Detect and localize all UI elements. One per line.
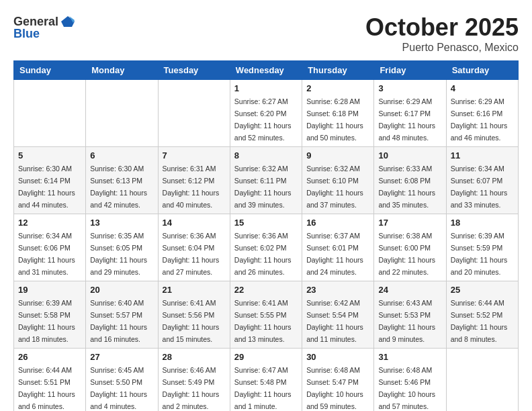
day-number: 24: [378, 285, 441, 295]
day-number: 8: [234, 150, 298, 161]
day-number: 13: [90, 218, 153, 228]
calendar-cell: 10 Sunrise: 6:33 AMSunset: 6:08 PMDaylig…: [374, 147, 446, 214]
day-number: 10: [378, 150, 441, 161]
day-number: 21: [163, 285, 226, 295]
weekday-header-thursday: Thursday: [302, 61, 374, 80]
calendar-cell: 7 Sunrise: 6:31 AMSunset: 6:12 PMDayligh…: [158, 147, 230, 214]
day-detail: Sunrise: 6:30 AMSunset: 6:14 PMDaylight:…: [18, 165, 75, 209]
day-number: 28: [163, 352, 226, 362]
day-detail: Sunrise: 6:47 AMSunset: 5:48 PMDaylight:…: [234, 366, 292, 410]
day-number: 11: [451, 150, 514, 161]
day-number: 9: [306, 150, 369, 161]
day-number: 25: [451, 285, 514, 295]
day-number: 31: [378, 352, 441, 362]
day-number: 30: [306, 352, 369, 362]
logo-blue: Blue: [13, 27, 40, 41]
day-number: 18: [451, 218, 514, 228]
day-detail: Sunrise: 6:41 AMSunset: 5:56 PMDaylight:…: [163, 299, 220, 343]
day-detail: Sunrise: 6:37 AMSunset: 6:01 PMDaylight:…: [306, 232, 363, 276]
calendar-cell: 24 Sunrise: 6:43 AMSunset: 5:53 PMDaylig…: [374, 281, 446, 349]
day-detail: Sunrise: 6:27 AMSunset: 6:20 PMDaylight:…: [234, 97, 292, 142]
calendar-cell: 20 Sunrise: 6:40 AMSunset: 5:57 PMDaylig…: [86, 281, 158, 349]
day-number: 19: [18, 285, 81, 295]
calendar-cell: 9 Sunrise: 6:32 AMSunset: 6:10 PMDayligh…: [302, 147, 374, 214]
day-number: 1: [234, 83, 298, 93]
weekday-header-wednesday: Wednesday: [230, 61, 302, 80]
calendar-cell: 4 Sunrise: 6:29 AMSunset: 6:16 PMDayligh…: [446, 80, 518, 147]
weekday-header-monday: Monday: [86, 61, 158, 80]
location-title: Puerto Penasco, Mexico: [365, 42, 519, 54]
day-detail: Sunrise: 6:42 AMSunset: 5:54 PMDaylight:…: [306, 299, 363, 343]
day-detail: Sunrise: 6:40 AMSunset: 5:57 PMDaylight:…: [90, 299, 147, 343]
calendar-cell: 29 Sunrise: 6:47 AMSunset: 5:48 PMDaylig…: [230, 349, 302, 412]
weekday-header-saturday: Saturday: [446, 61, 518, 80]
day-number: 22: [234, 285, 298, 295]
day-number: 7: [163, 150, 226, 161]
calendar-cell: 12 Sunrise: 6:34 AMSunset: 6:06 PMDaylig…: [14, 214, 86, 281]
day-number: 4: [451, 83, 514, 93]
calendar-cell: 13 Sunrise: 6:35 AMSunset: 6:05 PMDaylig…: [86, 214, 158, 281]
calendar-cell: 25 Sunrise: 6:44 AMSunset: 5:52 PMDaylig…: [446, 281, 518, 349]
header: General Blue October 2025 Puerto Penasco…: [13, 13, 519, 54]
calendar-week-row: 12 Sunrise: 6:34 AMSunset: 6:06 PMDaylig…: [14, 214, 519, 281]
weekday-header-row: SundayMondayTuesdayWednesdayThursdayFrid…: [14, 61, 519, 80]
logo: General Blue: [13, 13, 76, 41]
calendar-cell: 23 Sunrise: 6:42 AMSunset: 5:54 PMDaylig…: [302, 281, 374, 349]
day-number: 20: [90, 285, 153, 295]
calendar-cell: 18 Sunrise: 6:39 AMSunset: 5:59 PMDaylig…: [446, 214, 518, 281]
day-detail: Sunrise: 6:35 AMSunset: 6:05 PMDaylight:…: [90, 232, 147, 276]
day-detail: Sunrise: 6:44 AMSunset: 5:52 PMDaylight:…: [451, 299, 508, 343]
calendar-week-row: 26 Sunrise: 6:44 AMSunset: 5:51 PMDaylig…: [14, 349, 519, 412]
day-number: 23: [306, 285, 369, 295]
calendar-cell: [86, 80, 158, 147]
day-detail: Sunrise: 6:44 AMSunset: 5:51 PMDaylight:…: [18, 366, 75, 410]
day-number: 29: [234, 352, 298, 362]
calendar-cell: 26 Sunrise: 6:44 AMSunset: 5:51 PMDaylig…: [14, 349, 86, 412]
calendar-cell: 6 Sunrise: 6:30 AMSunset: 6:13 PMDayligh…: [86, 147, 158, 214]
day-detail: Sunrise: 6:39 AMSunset: 5:59 PMDaylight:…: [451, 232, 508, 276]
day-detail: Sunrise: 6:32 AMSunset: 6:11 PMDaylight:…: [234, 165, 292, 209]
calendar-cell: 19 Sunrise: 6:39 AMSunset: 5:58 PMDaylig…: [14, 281, 86, 349]
day-number: 15: [234, 218, 298, 228]
day-number: 17: [378, 218, 441, 228]
day-detail: Sunrise: 6:39 AMSunset: 5:58 PMDaylight:…: [18, 299, 75, 343]
weekday-header-friday: Friday: [374, 61, 446, 80]
day-detail: Sunrise: 6:31 AMSunset: 6:12 PMDaylight:…: [163, 165, 220, 209]
calendar-cell: 15 Sunrise: 6:36 AMSunset: 6:02 PMDaylig…: [230, 214, 302, 281]
day-detail: Sunrise: 6:34 AMSunset: 6:06 PMDaylight:…: [18, 232, 75, 276]
day-detail: Sunrise: 6:29 AMSunset: 6:16 PMDaylight:…: [451, 97, 508, 142]
calendar-cell: 30 Sunrise: 6:48 AMSunset: 5:47 PMDaylig…: [302, 349, 374, 412]
day-detail: Sunrise: 6:48 AMSunset: 5:46 PMDaylight:…: [378, 366, 435, 410]
day-number: 5: [18, 150, 81, 161]
day-number: 2: [306, 83, 369, 93]
calendar-cell: 17 Sunrise: 6:38 AMSunset: 6:00 PMDaylig…: [374, 214, 446, 281]
day-detail: Sunrise: 6:38 AMSunset: 6:00 PMDaylight:…: [378, 232, 435, 276]
weekday-header-sunday: Sunday: [14, 61, 86, 80]
day-detail: Sunrise: 6:46 AMSunset: 5:49 PMDaylight:…: [163, 366, 220, 410]
calendar-cell: 2 Sunrise: 6:28 AMSunset: 6:18 PMDayligh…: [302, 80, 374, 147]
day-detail: Sunrise: 6:48 AMSunset: 5:47 PMDaylight:…: [306, 366, 363, 410]
day-detail: Sunrise: 6:43 AMSunset: 5:53 PMDaylight:…: [378, 299, 435, 343]
calendar-week-row: 1 Sunrise: 6:27 AMSunset: 6:20 PMDayligh…: [14, 80, 519, 147]
day-detail: Sunrise: 6:34 AMSunset: 6:07 PMDaylight:…: [451, 165, 508, 209]
day-detail: Sunrise: 6:33 AMSunset: 6:08 PMDaylight:…: [378, 165, 435, 209]
day-number: 26: [18, 352, 81, 362]
title-area: October 2025 Puerto Penasco, Mexico: [365, 13, 519, 54]
calendar-week-row: 5 Sunrise: 6:30 AMSunset: 6:14 PMDayligh…: [14, 147, 519, 214]
day-detail: Sunrise: 6:30 AMSunset: 6:13 PMDaylight:…: [90, 165, 147, 209]
calendar-cell: 16 Sunrise: 6:37 AMSunset: 6:01 PMDaylig…: [302, 214, 374, 281]
calendar-cell: 22 Sunrise: 6:41 AMSunset: 5:55 PMDaylig…: [230, 281, 302, 349]
calendar-cell: 31 Sunrise: 6:48 AMSunset: 5:46 PMDaylig…: [374, 349, 446, 412]
day-number: 12: [18, 218, 81, 228]
day-detail: Sunrise: 6:41 AMSunset: 5:55 PMDaylight:…: [234, 299, 292, 343]
month-title: October 2025: [365, 13, 519, 42]
calendar-cell: 27 Sunrise: 6:45 AMSunset: 5:50 PMDaylig…: [86, 349, 158, 412]
day-detail: Sunrise: 6:36 AMSunset: 6:02 PMDaylight:…: [234, 232, 292, 276]
day-detail: Sunrise: 6:32 AMSunset: 6:10 PMDaylight:…: [306, 165, 363, 209]
day-detail: Sunrise: 6:45 AMSunset: 5:50 PMDaylight:…: [90, 366, 147, 410]
calendar-cell: 3 Sunrise: 6:29 AMSunset: 6:17 PMDayligh…: [374, 80, 446, 147]
calendar-cell: 14 Sunrise: 6:36 AMSunset: 6:04 PMDaylig…: [158, 214, 230, 281]
day-number: 16: [306, 218, 369, 228]
calendar-cell: 1 Sunrise: 6:27 AMSunset: 6:20 PMDayligh…: [230, 80, 302, 147]
logo-icon: [60, 13, 76, 30]
